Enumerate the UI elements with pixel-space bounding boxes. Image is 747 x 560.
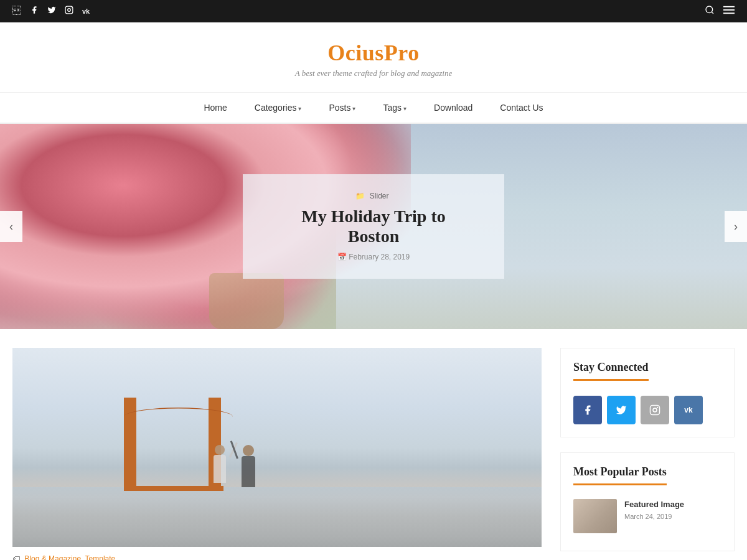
category-template[interactable]: Template <box>85 554 116 560</box>
stay-connected-widget: Stay Connected vk <box>560 348 735 437</box>
instagram-button[interactable] <box>641 396 669 424</box>
search-icon[interactable] <box>705 5 715 17</box>
folder-icon: 📁 <box>355 192 365 200</box>
nav-item-contact[interactable]: Contact Us <box>486 93 557 123</box>
top-twitter-icon[interactable] <box>47 6 56 17</box>
calendar-icon: 📅 <box>337 253 347 261</box>
slider-background: 📁 Slider My Holiday Trip to Boston 📅 Feb… <box>0 124 747 329</box>
svg-point-10 <box>657 407 658 408</box>
twitter-button[interactable] <box>607 396 636 424</box>
main-container: 🏷 Blog & Magazine, Template Stay Connect… <box>0 329 747 560</box>
popular-posts-widget: Most Popular Posts Featured Image March … <box>560 452 735 551</box>
main-content: 🏷 Blog & Magazine, Template <box>12 348 542 560</box>
nav-item-download[interactable]: Download <box>420 93 486 123</box>
slider-title: My Holiday Trip to Boston <box>274 207 473 246</box>
body-2 <box>242 456 255 487</box>
top-facebook-icon[interactable] <box>30 6 39 17</box>
popular-post-date: March 24, 2019 <box>624 513 721 520</box>
facebook-button[interactable] <box>573 396 602 424</box>
hero-slider: 📁 Slider My Holiday Trip to Boston 📅 Feb… <box>0 124 747 329</box>
main-nav: Home Categories▾ Posts▾ Tags▾ Download C… <box>0 93 747 124</box>
site-title[interactable]: OciusPro <box>0 40 747 66</box>
nav-link-tags[interactable]: Tags▾ <box>369 93 420 123</box>
bridge-deck <box>124 486 223 491</box>
menu-icon[interactable] <box>723 5 735 17</box>
post-featured-image <box>12 348 542 547</box>
nav-link-contact[interactable]: Contact Us <box>486 93 557 123</box>
svg-point-3 <box>706 6 713 13</box>
bridge-background <box>12 348 542 547</box>
nav-link-home[interactable]: Home <box>190 93 240 123</box>
water <box>12 487 542 547</box>
nav-item-home[interactable]: Home <box>190 93 240 123</box>
category-blog[interactable]: Blog & Magazine <box>24 554 81 560</box>
head-1 <box>215 445 225 455</box>
svg-point-9 <box>653 408 657 412</box>
slider-caption: 📁 Slider My Holiday Trip to Boston 📅 Feb… <box>243 174 504 279</box>
head-2 <box>243 445 254 456</box>
popular-post-info: Featured Image March 24, 2019 <box>624 499 721 520</box>
svg-point-2 <box>71 7 72 8</box>
dropdown-arrow: ▾ <box>403 105 406 112</box>
nav-link-posts[interactable]: Posts▾ <box>315 93 369 123</box>
slider-date: 📅 February 28, 2019 <box>274 253 473 261</box>
people <box>214 445 255 487</box>
top-vk-icon[interactable]: vk <box>82 7 90 15</box>
popular-post-item: Featured Image March 24, 2019 <box>573 494 721 538</box>
slider-prev-button[interactable]: ‹ <box>0 211 22 242</box>
tag-icon: 🏷 <box>12 554 20 560</box>
nav-link-download[interactable]: Download <box>420 93 486 123</box>
person-2 <box>242 445 255 487</box>
bridge-cable <box>124 408 233 426</box>
nav-item-tags[interactable]: Tags▾ <box>369 93 420 123</box>
popular-post-thumb <box>573 499 617 533</box>
top-bar-actions <box>705 5 735 17</box>
nav-link-categories[interactable]: Categories▾ <box>241 93 316 123</box>
popular-posts-title: Most Popular Posts <box>573 465 667 485</box>
dropdown-arrow: ▾ <box>298 105 301 112</box>
svg-rect-8 <box>651 406 660 415</box>
flower-pot <box>209 273 284 329</box>
nav-item-categories[interactable]: Categories▾ <box>241 93 316 123</box>
social-icons-row: vk <box>573 396 721 424</box>
top-instagram-icon[interactable] <box>65 6 73 17</box>
stay-connected-title: Stay Connected <box>573 361 649 381</box>
top-bar-social:  vk <box>12 6 90 17</box>
dropdown-arrow: ▾ <box>352 105 355 112</box>
person-1 <box>214 445 226 487</box>
top-bar:  vk <box>0 0 747 22</box>
body-1 <box>214 455 226 483</box>
nav-item-posts[interactable]: Posts▾ <box>315 93 369 123</box>
svg-line-4 <box>712 12 713 14</box>
vk-button[interactable]: vk <box>674 396 703 424</box>
slider-category: 📁 Slider <box>274 192 473 200</box>
sidebar: Stay Connected vk Most Popular Posts <box>560 348 735 560</box>
post-meta: 🏷 Blog & Magazine, Template <box>12 547 542 560</box>
slider-next-button[interactable]: › <box>725 211 747 242</box>
site-tagline: A best ever theme crafted for blog and m… <box>0 68 747 78</box>
thumb-image <box>573 499 617 533</box>
post-card: 🏷 Blog & Magazine, Template <box>12 348 542 560</box>
svg-rect-0 <box>65 6 73 14</box>
site-header: OciusPro A best ever theme crafted for b… <box>0 22 747 93</box>
top-facebook-icon[interactable]:  <box>12 6 21 16</box>
popular-post-title[interactable]: Featured Image <box>624 499 721 510</box>
svg-point-1 <box>68 9 71 12</box>
